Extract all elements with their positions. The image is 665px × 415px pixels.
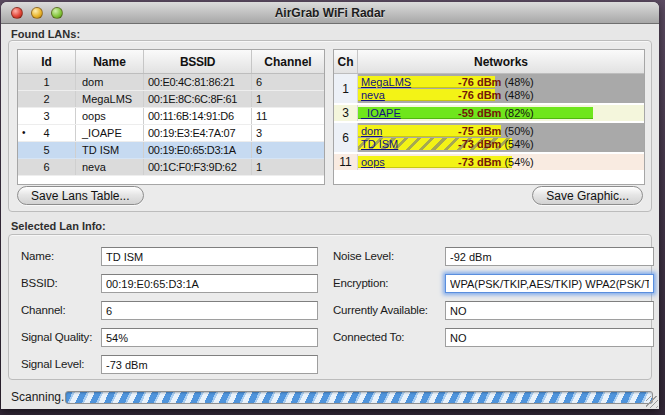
cell-name: neva [76, 159, 144, 175]
channel-number: 1 [334, 74, 358, 103]
selected-lan-info-groupbox: Name: BSSID: Channel: Signal Quality: Si… [8, 234, 652, 380]
cell-id: 6 [18, 159, 76, 175]
signal-reading: -59 dBm(82%) [458, 107, 534, 119]
zoom-button-icon[interactable] [51, 7, 63, 19]
column-header-ch: Ch [334, 50, 358, 73]
network-entry: oops -73 dBm(54%) [358, 156, 644, 168]
network-name: MegaLMS [361, 76, 411, 88]
window-controls [11, 7, 63, 19]
network-name: oops [361, 156, 385, 168]
channel-row: 11 oops -73 dBm(54%) [334, 154, 644, 172]
channel-networks: oops -73 dBm(54%) [358, 154, 644, 170]
signal-reading: -75 dBm(50%) [458, 125, 534, 137]
save-graphic-button[interactable]: Save Graphic... [532, 186, 643, 205]
channel-number: 3 [334, 105, 358, 121]
table-row[interactable]: 2 MegaLMS 00:1E:8C:6C:8F:61 1 [18, 91, 324, 108]
cell-channel: 3 [252, 125, 324, 141]
signal-level-label: Signal Level: [21, 355, 84, 374]
channel-row: 6 dom -75 dBm(50%) TD ISM -73 dBm(54%) [334, 123, 644, 154]
table-row[interactable]: 1 dom 00:E0:4C:81:86:21 6 [18, 74, 324, 91]
table-row[interactable]: 6 neva 00:1C:F0:F3:9D:62 1 [18, 159, 324, 176]
table-row[interactable]: 3 oops 00:11:6B:14:91:D6 11 [18, 108, 324, 125]
network-entry: MegaLMS -76 dBm(48%) [358, 76, 644, 88]
column-header-bssid[interactable]: BSSID [144, 50, 252, 73]
save-lans-table-button[interactable]: Save Lans Table... [17, 186, 144, 205]
airgrab-wifi-radar-window: AirGrab WiFi Radar Found LANs: Id Name B… [1, 2, 659, 409]
desktop-background: AirGrab WiFi Radar Found LANs: Id Name B… [0, 0, 665, 415]
connected-to-field[interactable] [445, 328, 654, 347]
network-name: dom [361, 125, 382, 137]
networks-chart-header: Ch Networks [334, 50, 644, 74]
cell-name: dom [76, 74, 144, 90]
encryption-label: Encryption: [333, 274, 388, 293]
signal-reading: -76 dBm(48%) [458, 76, 534, 88]
cell-id: 2 [18, 91, 76, 107]
channel-row: 3 _IOAPE -59 dBm(82%) [334, 105, 644, 123]
currently-available-field[interactable] [445, 301, 654, 320]
name-field[interactable] [101, 247, 318, 266]
scanning-progress-bar [65, 391, 653, 404]
cell-name: _IOAPE [76, 125, 144, 141]
network-name: neva [361, 89, 385, 101]
cell-id: 5 [18, 142, 76, 158]
signal-reading: -73 dBm(54%) [458, 138, 534, 150]
network-entry: dom -75 dBm(50%) [358, 125, 644, 137]
resize-grip-icon[interactable] [646, 396, 658, 408]
close-button-icon[interactable] [11, 7, 23, 19]
column-header-name[interactable]: Name [76, 50, 144, 73]
channel-networks: _IOAPE -59 dBm(82%) [358, 105, 644, 121]
table-row[interactable]: • 4 _IOAPE 00:19:E3:E4:7A:07 3 [18, 125, 324, 142]
cell-bssid: 00:19:E3:E4:7A:07 [144, 125, 252, 141]
table-row-selected[interactable]: 5 TD ISM 00:19:E0:65:D3:1A 6 [18, 142, 324, 159]
cell-name: oops [76, 108, 144, 124]
window-title: AirGrab WiFi Radar [1, 2, 659, 24]
minimize-button-icon[interactable] [31, 7, 43, 19]
channel-number: 6 [334, 123, 358, 152]
cell-channel: 1 [252, 159, 324, 175]
cell-channel: 11 [252, 108, 324, 124]
selected-lan-info-label: Selected Lan Info: [11, 220, 106, 232]
scanning-status-text: Scanning... [11, 390, 71, 404]
title-bar[interactable]: AirGrab WiFi Radar [1, 2, 659, 24]
channel-field[interactable] [101, 301, 318, 320]
noise-level-field[interactable] [445, 247, 654, 266]
network-entry-selected: TD ISM -73 dBm(54%) [358, 138, 644, 150]
signal-reading: -76 dBm(48%) [458, 89, 534, 101]
bssid-label: BSSID: [21, 274, 58, 293]
cell-channel: 6 [252, 142, 324, 158]
encryption-field[interactable] [445, 274, 654, 293]
network-entry: _IOAPE -59 dBm(82%) [358, 107, 644, 119]
column-header-networks: Networks [358, 50, 644, 73]
lans-table[interactable]: Id Name BSSID Channel 1 dom 00:E0:4C:81:… [17, 49, 325, 185]
channel-row: 1 MegaLMS -76 dBm(48%) neva -76 dBm(48%) [334, 74, 644, 105]
networks-signal-chart: Ch Networks 1 MegaLMS -76 dBm(48%) neva [333, 49, 645, 185]
signal-quality-field[interactable] [101, 328, 318, 347]
signal-quality-label: Signal Quality: [21, 328, 92, 347]
connected-to-label: Connected To: [333, 328, 404, 347]
cell-bssid: 00:E0:4C:81:86:21 [144, 74, 252, 90]
signal-level-field[interactable] [101, 355, 318, 374]
network-name: TD ISM [361, 138, 398, 150]
channel-networks: dom -75 dBm(50%) TD ISM -73 dBm(54%) [358, 123, 644, 152]
bssid-field[interactable] [101, 274, 318, 293]
lans-table-header: Id Name BSSID Channel [18, 50, 324, 74]
cell-bssid: 00:1C:F0:F3:9D:62 [144, 159, 252, 175]
channel-number: 11 [334, 154, 358, 170]
column-header-id[interactable]: Id [18, 50, 76, 73]
column-header-channel[interactable]: Channel [252, 50, 324, 73]
network-entry: neva -76 dBm(48%) [358, 89, 644, 101]
currently-available-label: Currently Available: [333, 301, 428, 320]
name-label: Name: [21, 247, 54, 266]
noise-level-label: Noise Level: [333, 247, 394, 266]
cell-id: 3 [18, 108, 76, 124]
status-bar: Scanning... [1, 386, 659, 409]
cell-id: 1 [18, 74, 76, 90]
cell-bssid: 00:19:E0:65:D3:1A [144, 142, 252, 158]
signal-reading: -73 dBm(54%) [458, 156, 534, 168]
channel-networks: MegaLMS -76 dBm(48%) neva -76 dBm(48%) [358, 74, 644, 103]
channel-label: Channel: [21, 301, 65, 320]
cell-name: TD ISM [76, 142, 144, 158]
cell-channel: 1 [252, 91, 324, 107]
network-name: _IOAPE [361, 107, 401, 119]
cell-channel: 6 [252, 74, 324, 90]
